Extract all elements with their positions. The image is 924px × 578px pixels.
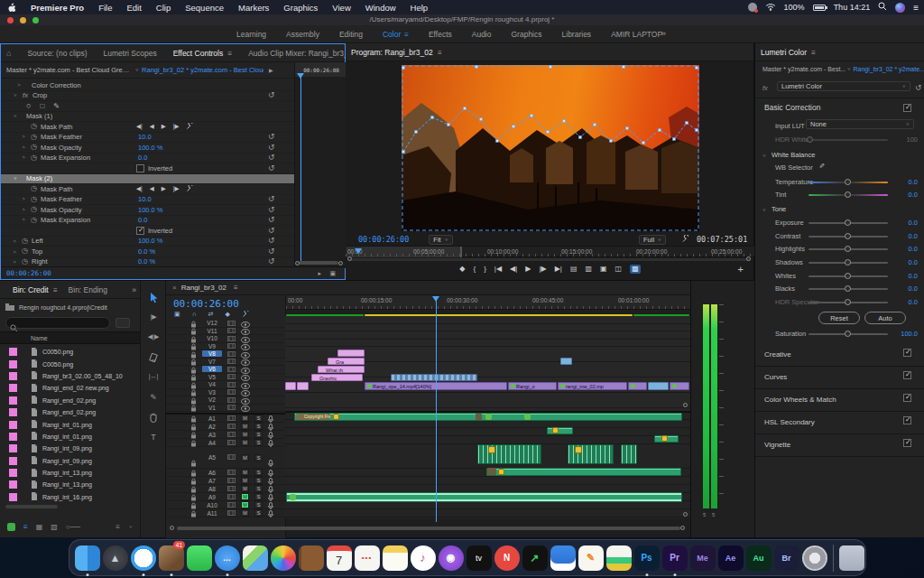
dock-stocks[interactable]: ↗ bbox=[522, 543, 548, 573]
dock-finder[interactable] bbox=[74, 543, 100, 573]
timeline-clip[interactable] bbox=[477, 444, 541, 464]
dock-media-encoder[interactable]: Me bbox=[689, 543, 716, 573]
dock-maps[interactable] bbox=[242, 543, 268, 573]
dock-messages[interactable]: … bbox=[214, 543, 240, 573]
timeline-clip[interactable] bbox=[621, 444, 637, 464]
dock-premiere[interactable]: Pr bbox=[661, 543, 688, 573]
desktop: Premiere ProFileEditClipSequenceMarkersG… bbox=[0, 0, 924, 578]
dock-podcasts[interactable]: ◉ bbox=[438, 543, 464, 573]
dock-music[interactable]: ♪ bbox=[410, 543, 436, 573]
dock-app-icon: 7 bbox=[327, 545, 352, 571]
dock-facetime[interactable] bbox=[186, 543, 212, 573]
timeline-clip[interactable] bbox=[560, 358, 572, 365]
dock-app-icon bbox=[802, 545, 827, 571]
dock-app-icon: ••• bbox=[355, 545, 380, 571]
timeline-clip[interactable] bbox=[485, 414, 492, 420]
vscrollbar-end[interactable] bbox=[683, 512, 688, 517]
notification-badge: 41 bbox=[173, 541, 185, 549]
timeline-clip[interactable]: Copyright Free bbox=[296, 414, 330, 420]
timeline-clip[interactable] bbox=[488, 446, 495, 453]
dock-mail[interactable]: 41 bbox=[158, 543, 184, 573]
timeline-clip[interactable] bbox=[486, 468, 681, 476]
dock-bridge[interactable]: Br bbox=[773, 543, 799, 573]
timeline-clip[interactable] bbox=[631, 384, 635, 388]
timeline-clip[interactable] bbox=[367, 384, 372, 388]
timeline-clip[interactable] bbox=[552, 427, 559, 434]
timeline-clip[interactable]: rangi_inw_02.mp bbox=[558, 382, 627, 390]
timeline-clip[interactable]: What th bbox=[318, 366, 365, 373]
meter-ticks bbox=[719, 304, 724, 508]
timeline-clip[interactable] bbox=[498, 469, 504, 475]
timeline-clip[interactable] bbox=[286, 314, 364, 316]
dock-app-icon: Me bbox=[690, 545, 716, 571]
vscrollbar-end[interactable] bbox=[683, 403, 688, 407]
dock-keynote[interactable] bbox=[550, 543, 576, 573]
timeline-clip[interactable] bbox=[365, 314, 633, 316]
dock-tv[interactable]: tv bbox=[466, 543, 492, 573]
dock-app-icon: Ps bbox=[634, 545, 660, 571]
scrollbar-end[interactable] bbox=[170, 526, 174, 530]
dock-app-icon: tv bbox=[467, 545, 492, 571]
dock-app-icon: ↗ bbox=[522, 545, 548, 571]
dock-trash[interactable] bbox=[839, 543, 864, 573]
audio-meters-panel: 5 5 bbox=[690, 280, 754, 537]
timeline-clip[interactable] bbox=[297, 382, 309, 390]
dock-calendar[interactable]: 7 bbox=[326, 543, 352, 573]
dock-reminders[interactable]: ••• bbox=[354, 543, 380, 573]
dock-app-icon bbox=[383, 545, 408, 571]
timeline-clip[interactable] bbox=[476, 414, 482, 420]
dock-safari[interactable] bbox=[130, 543, 156, 573]
timeline-clip[interactable] bbox=[333, 414, 339, 420]
dock-audition[interactable]: Au bbox=[745, 543, 772, 573]
timeline-clip[interactable] bbox=[661, 435, 668, 442]
dock-contacts[interactable] bbox=[298, 543, 324, 573]
timeline-clip[interactable] bbox=[290, 494, 296, 500]
dock-app-icon: N bbox=[494, 545, 520, 571]
dock-photos[interactable] bbox=[270, 543, 296, 573]
dock-pages[interactable]: ✎ bbox=[578, 543, 604, 573]
timeline-playhead[interactable] bbox=[436, 296, 437, 522]
dock-app-icon: ✎ bbox=[578, 545, 604, 571]
timeline-clip[interactable] bbox=[633, 314, 689, 316]
timeline-clip[interactable] bbox=[286, 492, 682, 502]
timeline-clip[interactable] bbox=[391, 374, 477, 381]
timeline-clip[interactable]: Graphic bbox=[311, 374, 363, 381]
timeline-clip[interactable] bbox=[285, 382, 296, 390]
timeline-clip[interactable] bbox=[547, 427, 573, 434]
dock-app-icon bbox=[271, 545, 296, 571]
timeline-clip[interactable] bbox=[672, 384, 677, 388]
dock-app-icon bbox=[606, 545, 632, 571]
dock-app-icon: Pr bbox=[662, 545, 688, 571]
meter-label: 5 bbox=[703, 512, 706, 517]
dock-notes[interactable] bbox=[382, 543, 408, 573]
dock-app-icon: … bbox=[215, 545, 240, 571]
dock-launchpad[interactable]: ▲ bbox=[102, 543, 128, 573]
timeline-clip[interactable] bbox=[560, 384, 565, 388]
audio-meter-left bbox=[703, 304, 709, 508]
playhead-cap bbox=[432, 296, 439, 302]
dock-news[interactable]: N bbox=[494, 543, 520, 573]
meter-label: 5 bbox=[712, 512, 715, 517]
timeline-clip[interactable] bbox=[524, 414, 531, 420]
timeline-clip[interactable]: Gra bbox=[328, 358, 365, 365]
timeline-clip[interactable] bbox=[511, 384, 515, 388]
timeline-clip[interactable] bbox=[648, 382, 669, 390]
scrollbar-end[interactable] bbox=[680, 526, 685, 530]
dock-app-icon: Au bbox=[746, 545, 772, 571]
dock-photoshop[interactable]: Ps bbox=[633, 543, 660, 573]
timeline-hscrollbar[interactable] bbox=[177, 527, 680, 530]
dock-app-icon: ◉ bbox=[439, 545, 464, 571]
timeline-clip[interactable] bbox=[487, 468, 496, 475]
trash-icon bbox=[839, 545, 864, 571]
timeline-clip[interactable]: Rangi_o bbox=[508, 382, 557, 390]
dock-app-icon bbox=[159, 545, 184, 571]
dock-numbers[interactable] bbox=[605, 543, 632, 573]
dock-settings[interactable] bbox=[801, 543, 827, 573]
dock-after-effects[interactable]: Ae bbox=[717, 543, 744, 573]
dock-app-icon bbox=[243, 545, 268, 571]
dock-app-icon bbox=[299, 545, 324, 571]
dock-app-icon: ▲ bbox=[103, 545, 128, 571]
timeline-clip[interactable] bbox=[337, 350, 365, 357]
timeline-clip[interactable] bbox=[575, 446, 582, 453]
dock-app-icon bbox=[550, 545, 576, 571]
